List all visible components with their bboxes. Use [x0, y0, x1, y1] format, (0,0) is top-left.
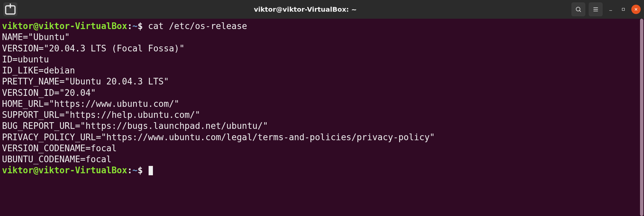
output-line: VERSION_ID="20.04" [2, 88, 96, 98]
hamburger-menu-button[interactable] [589, 2, 603, 16]
new-tab-button[interactable] [3, 2, 17, 16]
search-button[interactable] [571, 2, 585, 16]
prompt-colon: : [127, 21, 133, 31]
prompt-userhost: viktor@viktor-VirtualBox [2, 165, 127, 175]
cursor [149, 166, 153, 175]
output-line: PRETTY_NAME="Ubuntu 20.04.3 LTS" [2, 76, 169, 86]
output-line: VERSION="20.04.3 LTS (Focal Fossa)" [2, 43, 185, 53]
prompt-colon: : [127, 165, 133, 175]
output-line: ID_LIKE=debian [2, 65, 75, 75]
output-line: SUPPORT_URL="https://help.ubuntu.com/" [2, 110, 200, 120]
output-line: NAME="Ubuntu" [2, 32, 70, 42]
terminal-scrollbar[interactable] [639, 19, 644, 216]
prompt-userhost: viktor@viktor-VirtualBox [2, 21, 127, 31]
output-line: PRIVACY_POLICY_URL="https://www.ubuntu.c… [2, 132, 435, 142]
terminal-output[interactable]: viktor@viktor-VirtualBox:~$ cat /etc/os-… [0, 19, 639, 216]
maximize-button[interactable] [619, 5, 628, 14]
command-text: cat /etc/os-release [148, 21, 247, 31]
window-titlebar: viktor@viktor-VirtualBox: ~ [0, 0, 644, 19]
close-button[interactable] [631, 5, 641, 14]
prompt-symbol: $ [138, 165, 143, 175]
prompt-symbol: $ [138, 21, 143, 31]
svg-line-4 [580, 11, 581, 12]
terminal-container: viktor@viktor-VirtualBox:~$ cat /etc/os-… [0, 19, 644, 216]
prompt-path: ~ [132, 165, 138, 175]
titlebar-right [527, 2, 641, 16]
titlebar-left [3, 2, 83, 16]
output-line: VERSION_CODENAME=focal [2, 143, 117, 153]
window-title: viktor@viktor-VirtualBox: ~ [83, 5, 527, 13]
output-line: UBUNTU_CODENAME=focal [2, 154, 112, 164]
svg-point-3 [576, 7, 580, 11]
output-line: ID=ubuntu [2, 54, 49, 64]
prompt-path: ~ [132, 21, 138, 31]
minimize-button[interactable] [606, 5, 615, 14]
output-line: BUG_REPORT_URL="https://bugs.launchpad.n… [2, 121, 268, 131]
output-line: HOME_URL="https://www.ubuntu.com/" [2, 99, 179, 109]
scrollbar-thumb[interactable] [640, 19, 643, 216]
svg-rect-9 [622, 8, 625, 11]
